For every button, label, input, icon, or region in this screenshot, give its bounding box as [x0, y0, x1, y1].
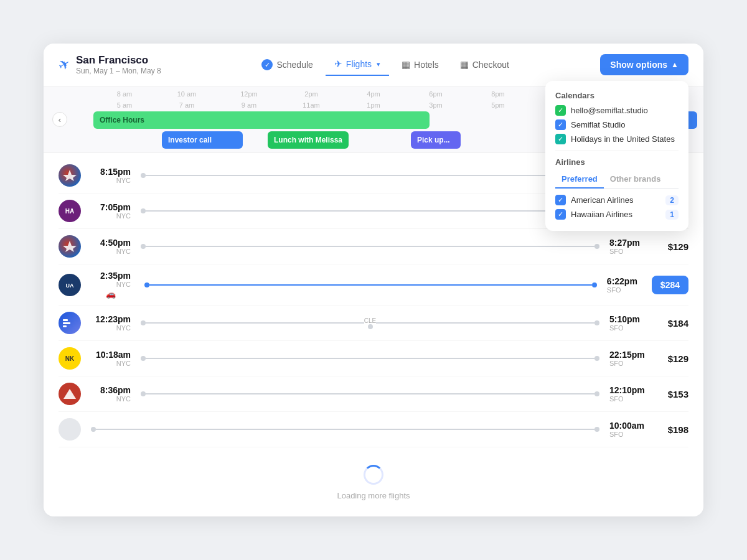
flight-arrive-time-4: 6:22pm [607, 276, 652, 286]
flight-price-3: $129 [654, 241, 688, 252]
show-options-button[interactable]: Show options ▲ [600, 54, 688, 75]
flight-price-8: $198 [654, 424, 688, 435]
flight-depart-time-3: 4:50pm [86, 238, 131, 248]
calendar-checkbox-studio[interactable]: ✓ [555, 119, 566, 130]
flight-dot-end-6 [594, 356, 599, 361]
flight-row: 4:50pm NYC 8:27pm SFO $129 [59, 229, 688, 264]
flight-arrive-city-3: SFO [609, 248, 654, 255]
plane-icon: ✈ [55, 55, 73, 75]
flight-price-button-4[interactable]: $284 [652, 276, 688, 294]
flight-arrive-time-3: 8:27pm [609, 238, 654, 248]
airline-item-aa: ✓ American Airlines 2 [555, 195, 679, 205]
time-slot-7am: 7 am [156, 101, 218, 109]
flight-line-bar-6 [146, 358, 594, 359]
airline-logo-ua: UA [59, 274, 81, 296]
flight-dot-end-4 [592, 282, 597, 287]
calendar-item-email: ✓ hello@semiflat.studio [555, 105, 679, 116]
time-slot-4pm: 4pm [342, 90, 405, 98]
flight-line-bar-3 [146, 246, 594, 247]
tab-hotels[interactable]: ▦ Hotels [393, 54, 448, 75]
prev-arrow-button[interactable]: ‹ [52, 112, 67, 127]
flight-price-7: $153 [654, 389, 688, 399]
time-slot-11am: 11am [280, 101, 342, 109]
time-slot-2pm: 2pm [280, 90, 342, 98]
time-slot-9am: 9 am [218, 101, 280, 109]
time-slot-6pm: 6pm [405, 90, 467, 98]
schedule-check-icon: ✓ [261, 59, 273, 70]
flight-dot-end-3 [594, 244, 599, 249]
flight-depart-7: 8:36pm NYC [86, 385, 131, 403]
flight-dot-start-5 [141, 320, 146, 325]
airline-logo-dl [59, 383, 81, 405]
flight-depart-6: 10:18am NYC [86, 350, 131, 367]
flight-arrive-city-5: SFO [609, 324, 654, 332]
flight-line-bar-4 [149, 284, 592, 286]
flight-depart-city-6: NYC [86, 360, 131, 367]
flight-arrive-time-6: 22:15pm [609, 350, 654, 360]
time-slot-1pm: 1pm [342, 101, 405, 109]
destination-info: San Francisco Sun, May 1 – Mon, May 8 [76, 54, 161, 75]
calendar-checkbox-email[interactable]: ✓ [555, 105, 566, 116]
flight-arrive-city-4: SFO [607, 286, 652, 294]
flights-chevron-icon: ▾ [377, 60, 380, 68]
flight-arrive-city-8: SFO [609, 431, 654, 438]
event-lunch-melissa[interactable]: Lunch with Melissa [268, 131, 349, 149]
checkout-icon: ▦ [460, 59, 469, 70]
flight-arrive-5: 5:10pm SFO [609, 314, 654, 332]
tab-flights[interactable]: ✈ Flights ▾ [326, 54, 389, 76]
flight-depart-5: 12:23pm NYC [86, 314, 131, 332]
flight-depart-time-5: 12:23pm [86, 314, 131, 324]
flight-line-bar-8 [96, 429, 594, 430]
event-investor-call[interactable]: Investor call [162, 131, 243, 149]
loading-spinner [364, 465, 383, 485]
airline-checkbox-ha[interactable]: ✓ [555, 209, 566, 220]
flight-arrive-time-5: 5:10pm [609, 314, 654, 324]
flight-line-7 [141, 391, 599, 396]
airline-tab-other[interactable]: Other brands [604, 172, 667, 189]
calendar-label-studio: Semiflat Studio [571, 120, 625, 129]
airline-count-ha: 1 [665, 210, 679, 220]
flight-depart-city-2: NYC [86, 212, 131, 220]
airline-logo-aa [59, 164, 81, 187]
flight-depart-2: 7:05pm NYC [86, 202, 131, 220]
flight-line-4 [144, 282, 597, 287]
tab-checkout[interactable]: ▦ Checkout [451, 54, 518, 75]
flight-line-bar-5b [376, 322, 594, 324]
flight-dot-start-1 [141, 173, 146, 178]
tab-schedule[interactable]: ✓ Schedule [253, 54, 321, 75]
time-slot-3pm: 3pm [405, 101, 467, 109]
tab-checkout-label: Checkout [472, 60, 509, 70]
airline-logo-aa2 [59, 235, 81, 258]
flight-depart-1: 8:15pm NYC [86, 167, 131, 184]
flight-arrive-city-6: SFO [609, 360, 654, 367]
tab-hotels-label: Hotels [414, 60, 439, 70]
airline-label-aa: American Airlines [571, 195, 660, 205]
flight-dot-start-2 [141, 208, 146, 213]
flight-price-5: $184 [654, 318, 688, 329]
event-pick-up[interactable]: Pick up... [411, 131, 461, 149]
calendar-label-holidays: Holidays in the United States [571, 134, 675, 144]
event-office-hours[interactable]: Office Hours [93, 111, 430, 129]
flight-depart-city-4: NYC [86, 281, 131, 288]
calendar-checkbox-holidays[interactable]: ✓ [555, 134, 566, 144]
flight-row: UA 2:35pm NYC 🚗 6:22pm SFO $284 [59, 264, 688, 306]
destination-title: San Francisco [76, 54, 161, 67]
airline-checkbox-aa[interactable]: ✓ [555, 195, 566, 205]
time-slot-12pm: 12pm [218, 90, 280, 98]
calendar-item-studio: ✓ Semiflat Studio [555, 119, 679, 130]
flight-depart-city-3: NYC [86, 248, 131, 255]
time-slot-10am: 10 am [156, 90, 218, 98]
airline-tab-preferred[interactable]: Preferred [555, 172, 604, 189]
airline-logo-sw [59, 312, 81, 334]
loading-text: Loading more flights [337, 491, 410, 500]
show-options-arrow-icon: ▲ [671, 60, 679, 69]
flight-dot-start-4 [144, 282, 149, 287]
flight-arrive-7: 12:10pm SFO [609, 385, 654, 403]
flight-dot-end-5 [594, 320, 599, 325]
airline-count-aa: 2 [665, 195, 679, 205]
flight-row: NK 10:18am NYC 22:15pm SFO $129 [59, 341, 688, 376]
dropdown-panel: Calendars ✓ hello@semiflat.studio ✓ Semi… [545, 81, 688, 231]
flight-depart-time-7: 8:36pm [86, 385, 131, 395]
airline-logo-nk: NK [59, 347, 81, 370]
flight-stop-city-5: CLE [364, 317, 376, 324]
